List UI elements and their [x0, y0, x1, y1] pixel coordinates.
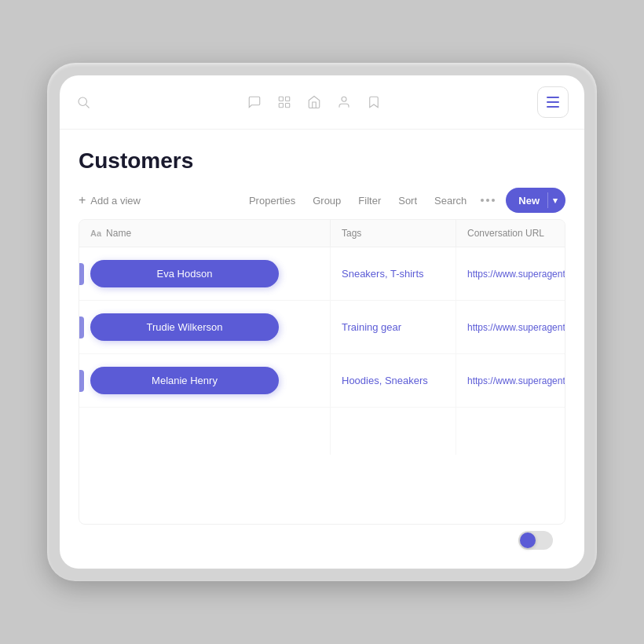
url-value-1: https://www.superagent.com/redirect/app: [467, 269, 565, 280]
tags-cell-2: Training gear: [331, 301, 456, 353]
svg-rect-5: [286, 104, 290, 108]
svg-rect-4: [279, 104, 283, 108]
search-button[interactable]: Search: [431, 192, 470, 210]
dot3: [492, 199, 495, 202]
chevron-down-icon: ▾: [553, 196, 565, 206]
new-button-label: New: [518, 195, 543, 207]
customer-pill-2[interactable]: Trudie Wilkerson: [90, 313, 279, 341]
table-header: Aa Name Tags Conversation URL: [79, 220, 565, 247]
column-aa-icon: Aa: [90, 229, 101, 238]
table-row: Melanie Henry Hoodies, Sneakers https://…: [79, 354, 565, 408]
name-cell-3[interactable]: Melanie Henry: [79, 354, 331, 407]
new-btn-divider: [547, 192, 548, 208]
tags-value-2: Training gear: [342, 321, 401, 333]
bottom-bar: [79, 525, 565, 556]
svg-rect-2: [279, 97, 283, 101]
column-tags-label: Tags: [342, 228, 361, 239]
plus-icon: +: [79, 193, 86, 207]
svg-point-6: [342, 97, 346, 101]
sort-button[interactable]: Sort: [395, 192, 420, 210]
grid-icon[interactable]: [276, 94, 292, 110]
url-value-2: https://www.superagent.com/redirect/app: [467, 322, 565, 333]
hamburger-line-1: [547, 97, 559, 98]
customer-pill-3[interactable]: Melanie Henry: [90, 367, 279, 394]
hamburger-line-3: [547, 106, 559, 108]
url-cell-empty: [456, 408, 565, 455]
url-value-3: https://www.superagent.com/redirect/app: [467, 375, 565, 386]
table-row-empty: [79, 408, 565, 455]
app-window: Customers + Add a view Properties Group …: [60, 75, 584, 569]
more-options-button[interactable]: [481, 199, 495, 202]
dot1: [481, 199, 484, 202]
table-row: Trudie Wilkerson Training gear https://w…: [79, 301, 565, 354]
name-cell-empty: [79, 408, 331, 455]
row-indicator-1: [79, 263, 84, 285]
url-cell-3: https://www.superagent.com/redirect/app: [456, 354, 565, 407]
svg-line-1: [86, 104, 89, 108]
nav-icons: [247, 94, 382, 110]
menu-button[interactable]: [537, 86, 569, 118]
customer-pill-1[interactable]: Eva Hodson: [90, 260, 279, 287]
row-indicator-3: [79, 370, 84, 392]
content-area: Customers + Add a view Properties Group …: [60, 130, 584, 569]
add-view-label: Add a view: [90, 195, 141, 207]
properties-button[interactable]: Properties: [246, 192, 298, 210]
column-header-tags: Tags: [331, 220, 456, 247]
nav-left: [75, 94, 91, 110]
name-cell-2[interactable]: Trudie Wilkerson: [79, 301, 331, 353]
svg-rect-3: [286, 97, 290, 101]
name-cell-1[interactable]: Eva Hodson: [79, 247, 331, 300]
table-row: Eva Hodson Sneakers, T-shirts https://ww…: [79, 247, 565, 301]
chat-icon[interactable]: [247, 94, 262, 110]
hamburger-line-2: [547, 101, 559, 103]
svg-point-0: [79, 97, 87, 106]
toggle-switch[interactable]: [518, 531, 553, 550]
bookmark-icon[interactable]: [366, 94, 382, 110]
column-url-label: Conversation URL: [467, 228, 544, 239]
search-icon[interactable]: [75, 94, 91, 110]
row-indicator-2: [79, 317, 84, 338]
url-cell-2: https://www.superagent.com/redirect/app: [456, 301, 565, 353]
new-button[interactable]: New ▾: [506, 188, 565, 213]
add-view-button[interactable]: + Add a view: [79, 193, 141, 207]
toolbar: + Add a view Properties Group Filter Sor…: [79, 188, 565, 213]
customers-table: Aa Name Tags Conversation URL: [79, 219, 565, 525]
device-shell: Customers + Add a view Properties Group …: [47, 63, 597, 581]
home-icon[interactable]: [306, 94, 322, 110]
tags-cell-3: Hoodies, Sneakers: [331, 354, 456, 407]
dot2: [486, 199, 489, 202]
column-name-label: Name: [106, 228, 131, 239]
tags-cell-1: Sneakers, T-shirts: [331, 247, 456, 300]
filter-button[interactable]: Filter: [355, 192, 384, 210]
tags-value-3: Hoodies, Sneakers: [342, 375, 428, 386]
url-cell-1: https://www.superagent.com/redirect/app: [456, 247, 565, 300]
group-button[interactable]: Group: [309, 192, 344, 210]
toggle-knob: [520, 532, 536, 548]
top-nav: [60, 75, 584, 130]
tags-value-1: Sneakers, T-shirts: [342, 268, 424, 280]
page-title: Customers: [79, 148, 565, 174]
table-body: Eva Hodson Sneakers, T-shirts https://ww…: [79, 247, 565, 455]
column-header-url: Conversation URL: [456, 220, 565, 247]
tags-cell-empty: [331, 408, 456, 455]
toolbar-right: Properties Group Filter Sort Search New …: [246, 188, 565, 213]
user-icon[interactable]: [336, 94, 352, 110]
column-header-name: Aa Name: [79, 220, 331, 247]
